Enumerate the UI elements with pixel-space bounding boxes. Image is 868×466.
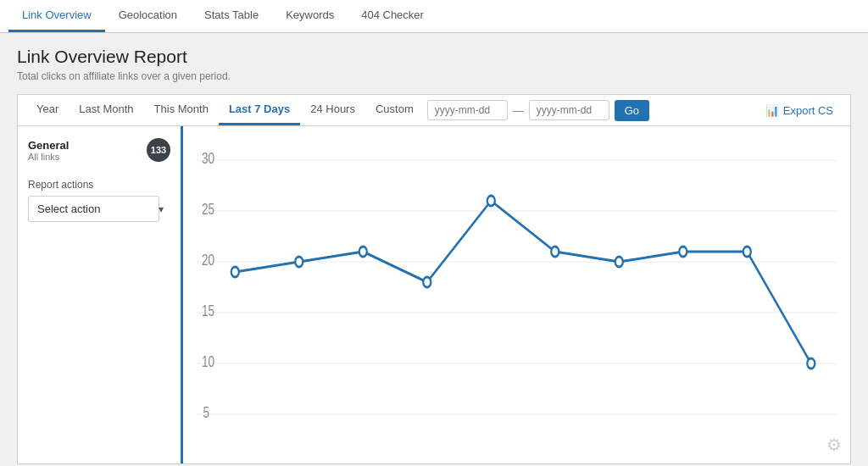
sidebar-general-group: General All links 133 — [28, 138, 170, 162]
period-tab-this-month[interactable]: This Month — [144, 95, 219, 125]
y-label-15: 15 — [202, 302, 214, 319]
tab-link-overview[interactable]: Link Overview — [8, 0, 105, 32]
chart-area: 30 25 20 15 10 5 — [183, 126, 850, 463]
tab-geolocation[interactable]: Geolocation — [105, 0, 191, 32]
y-label-25: 25 — [202, 201, 214, 217]
sidebar-group-header: General All links 133 — [28, 138, 170, 162]
chart-point-5 — [487, 196, 495, 206]
chart-point-2 — [295, 257, 303, 267]
chart-point-7 — [615, 257, 623, 267]
period-tab-custom[interactable]: Custom — [365, 95, 424, 125]
custom-date-inputs: — Go — [427, 100, 649, 121]
period-tab-24-hours[interactable]: 24 Hours — [300, 95, 365, 125]
chart-point-6 — [551, 247, 559, 257]
chart-point-1 — [231, 267, 239, 277]
chart-point-8 — [679, 247, 687, 257]
go-button[interactable]: Go — [615, 100, 649, 121]
chart-point-4 — [423, 277, 431, 287]
date-from-input[interactable] — [427, 100, 508, 120]
tab-stats-table[interactable]: Stats Table — [191, 0, 272, 32]
sidebar-group-title: General — [28, 139, 69, 152]
y-label-5: 5 — [203, 404, 210, 420]
chart-point-9 — [743, 247, 751, 257]
top-navigation: Link Overview Geolocation Stats Table Ke… — [0, 0, 868, 33]
main-content: Link Overview Report Total clicks on aff… — [0, 33, 868, 466]
y-label-20: 20 — [202, 252, 214, 268]
y-label-10: 10 — [202, 353, 214, 369]
line-chart: 30 25 20 15 10 5 — [197, 135, 837, 440]
report-actions-label: Report actions — [28, 179, 170, 191]
export-label: Export CS — [783, 104, 833, 117]
period-tabs-bar: Year Last Month This Month Last 7 Days 2… — [17, 94, 851, 125]
tab-404-checker[interactable]: 404 Checker — [348, 0, 437, 32]
report-body: General All links 133 Report actions Sel… — [17, 125, 851, 464]
date-to-input[interactable] — [529, 100, 609, 120]
sidebar-report-actions: Report actions Select action Export CSV … — [28, 179, 170, 222]
export-csv-button[interactable]: 📊 Export CS — [757, 104, 842, 117]
date-range-dash: — — [513, 104, 524, 117]
select-action-dropdown[interactable]: Select action Export CSV Export PDF — [28, 196, 159, 222]
period-tab-year[interactable]: Year — [26, 95, 69, 125]
page-title: Link Overview Report — [17, 47, 851, 67]
chart-point-3 — [359, 247, 367, 257]
gear-icon[interactable]: ⚙ — [826, 435, 842, 455]
period-tab-last-7-days[interactable]: Last 7 Days — [219, 95, 300, 125]
sidebar-group-sub: All links — [28, 152, 69, 162]
period-tab-last-month[interactable]: Last Month — [69, 95, 143, 125]
page-subtitle: Total clicks on affiliate links over a g… — [17, 70, 851, 82]
report-sidebar: General All links 133 Report actions Sel… — [18, 126, 183, 463]
export-icon: 📊 — [765, 104, 779, 117]
y-label-30: 30 — [202, 150, 214, 166]
sidebar-badge: 133 — [147, 138, 170, 162]
select-action-wrapper: Select action Export CSV Export PDF — [28, 196, 170, 222]
tab-keywords[interactable]: Keywords — [272, 0, 348, 32]
chart-line — [235, 201, 811, 363]
chart-point-10 — [807, 358, 815, 369]
sidebar-group-info: General All links — [28, 139, 69, 162]
